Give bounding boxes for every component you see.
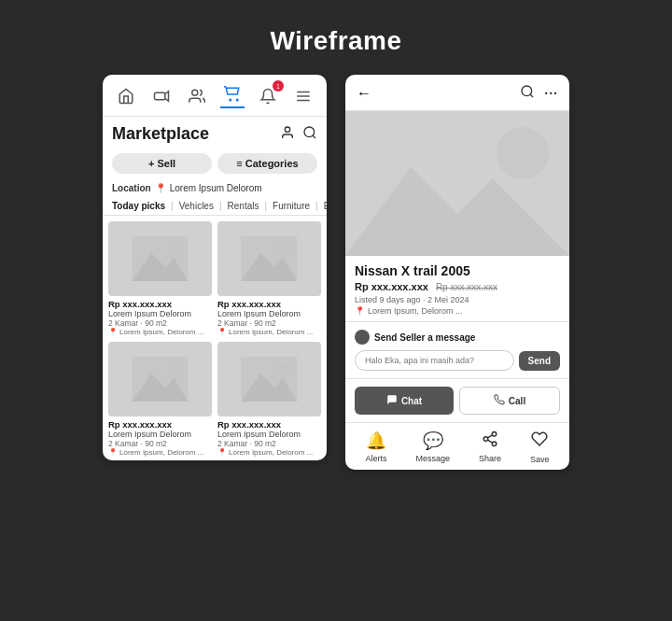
product-location: 📍 Lorem Ipsum, Delorom ... xyxy=(217,328,321,336)
sell-button[interactable]: + Sell xyxy=(112,153,212,174)
product-image xyxy=(108,221,212,296)
svg-point-28 xyxy=(483,437,488,442)
more-options-icon[interactable]: ··· xyxy=(544,86,558,101)
nav-menu-icon[interactable] xyxy=(291,84,315,108)
action-buttons: + Sell ≡ Categories xyxy=(103,149,327,179)
tab-furniture[interactable]: Furniture xyxy=(273,201,310,211)
phone-icon xyxy=(494,394,505,407)
detail-old-price: Rp xxx.xxx.xxx xyxy=(436,282,497,292)
nav-notification-icon[interactable]: 1 xyxy=(256,84,280,108)
svg-point-29 xyxy=(492,442,497,446)
svg-point-21 xyxy=(278,362,291,375)
location-pin-icon: 📍 xyxy=(155,183,166,193)
wireframes-container: 1 Marketplace + Sell ≡ Categories xyxy=(0,75,672,470)
tab-vehicles[interactable]: Vehicles xyxy=(179,201,214,211)
page-title: Wireframe xyxy=(270,26,401,56)
product-location: 📍 Lorem Ipsum, Delorom ... xyxy=(108,328,212,336)
detail-info: Nissan X trail 2005 Rp xxx.xxx.xxx Rp xx… xyxy=(345,256,569,322)
location-value[interactable]: Lorem Ipsum Delorom xyxy=(170,183,262,193)
product-detail: 2 Kamar · 90 m2 xyxy=(108,439,212,448)
nav-home-icon[interactable] xyxy=(114,84,138,108)
nav-people-icon[interactable] xyxy=(185,84,209,108)
detail-location: 📍 Lorem Ipsum, Delorom ... xyxy=(355,306,560,316)
location-bar: Location 📍 Lorem Ipsum Delorom xyxy=(103,179,327,197)
nav-video-icon[interactable] xyxy=(149,84,174,108)
nav-marketplace-icon[interactable] xyxy=(220,84,245,108)
location-dot-icon: 📍 xyxy=(108,448,118,457)
message-input[interactable] xyxy=(355,350,514,371)
product-image xyxy=(108,342,212,416)
product-grid: Rp xxx.xxx.xxx Lorem Ipsum Delorom 2 Kam… xyxy=(103,216,327,460)
left-panel: 1 Marketplace + Sell ≡ Categories xyxy=(103,75,327,460)
product-price: Rp xxx.xxx.xxx xyxy=(108,419,212,430)
share-action[interactable]: Share xyxy=(479,430,501,464)
location-dot-icon: 📍 xyxy=(217,448,227,457)
product-card[interactable]: Rp xxx.xxx.xxx Lorem Ipsum Delorom 2 Kam… xyxy=(217,221,321,336)
chat-button[interactable]: Chat xyxy=(355,387,454,415)
svg-point-1 xyxy=(192,90,198,95)
categories-button[interactable]: ≡ Categories xyxy=(217,153,317,174)
product-price: Rp xxx.xxx.xxx xyxy=(217,299,321,309)
alerts-action[interactable]: 🔔 Alerts xyxy=(365,430,386,464)
product-name: Lorem Ipsum Delorom xyxy=(217,430,321,439)
svg-point-3 xyxy=(237,99,239,101)
location-label: Location xyxy=(112,183,151,193)
detail-price-row: Rp xxx.xxx.xxx Rp xxx.xxx.xxx xyxy=(355,281,560,292)
detail-hero-image xyxy=(345,111,569,256)
message-label-bottom: Message xyxy=(415,454,450,463)
product-info: Rp xxx.xxx.xxx Lorem Ipsum Delorom 2 Kam… xyxy=(217,416,321,457)
svg-point-26 xyxy=(497,127,549,179)
product-detail: 2 Kamar · 90 m2 xyxy=(217,318,321,328)
marketplace-header-icons xyxy=(280,125,317,143)
save-action[interactable]: Save xyxy=(530,430,550,464)
detail-price: Rp xxx.xxx.xxx xyxy=(355,281,428,292)
alerts-label: Alerts xyxy=(365,454,386,463)
product-price: Rp xxx.xxx.xxx xyxy=(108,299,212,309)
profile-icon[interactable] xyxy=(280,125,295,143)
search-icon[interactable] xyxy=(520,84,535,103)
send-button[interactable]: Send xyxy=(519,351,560,371)
svg-rect-0 xyxy=(155,92,165,100)
chat-call-row: Chat Call xyxy=(345,379,569,423)
product-info: Rp xxx.xxx.xxx Lorem Ipsum Delorom 2 Kam… xyxy=(217,296,321,336)
call-button[interactable]: Call xyxy=(459,387,560,415)
product-image xyxy=(217,221,321,296)
svg-line-23 xyxy=(530,94,533,97)
save-label: Save xyxy=(530,455,550,464)
tab-today-picks[interactable]: Today picks xyxy=(112,201,165,211)
bottom-actions: 🔔 Alerts 💬 Message Share Save xyxy=(345,423,569,470)
right-panel: ← ··· Nissan X trail 2005 Rp xxx.xxx.xxx… xyxy=(345,75,569,470)
product-card[interactable]: Rp xxx.xxx.xxx Lorem Ipsum Delorom 2 Kam… xyxy=(108,342,212,457)
detail-header: ← ··· xyxy=(345,75,569,111)
tab-more[interactable]: E xyxy=(324,201,327,211)
location-dot-icon: 📍 xyxy=(217,328,227,336)
product-info: Rp xxx.xxx.xxx Lorem Ipsum Delorom 2 Kam… xyxy=(108,416,212,457)
svg-line-9 xyxy=(313,135,315,138)
product-price: Rp xxx.xxx.xxx xyxy=(217,419,321,430)
chat-icon xyxy=(386,394,398,407)
svg-point-2 xyxy=(230,99,231,101)
share-label: Share xyxy=(479,454,501,463)
product-detail: 2 Kamar · 90 m2 xyxy=(108,318,212,328)
tab-rentals[interactable]: Rentals xyxy=(228,201,259,211)
marketplace-header: Marketplace xyxy=(103,117,327,149)
svg-point-27 xyxy=(492,432,497,437)
notification-badge: 1 xyxy=(273,80,284,92)
share-icon xyxy=(482,430,498,451)
detail-product-name: Nissan X trail 2005 xyxy=(355,263,560,278)
svg-line-30 xyxy=(487,440,492,443)
seller-icon xyxy=(355,330,370,345)
message-action[interactable]: 💬 Message xyxy=(415,430,450,464)
svg-point-7 xyxy=(285,127,289,132)
message-label: Send Seller a message xyxy=(355,330,560,345)
product-card[interactable]: Rp xxx.xxx.xxx Lorem Ipsum Delorom 2 Kam… xyxy=(108,221,212,336)
search-icon[interactable] xyxy=(302,125,317,143)
message-icon: 💬 xyxy=(423,430,443,451)
svg-line-31 xyxy=(487,435,492,438)
product-card[interactable]: Rp xxx.xxx.xxx Lorem Ipsum Delorom 2 Kam… xyxy=(217,342,321,457)
product-image xyxy=(217,342,321,416)
back-icon[interactable]: ← xyxy=(357,85,371,102)
svg-point-22 xyxy=(522,86,532,96)
message-section: Send Seller a message Send xyxy=(345,322,569,379)
product-name: Lorem Ipsum Delorom xyxy=(108,309,212,318)
